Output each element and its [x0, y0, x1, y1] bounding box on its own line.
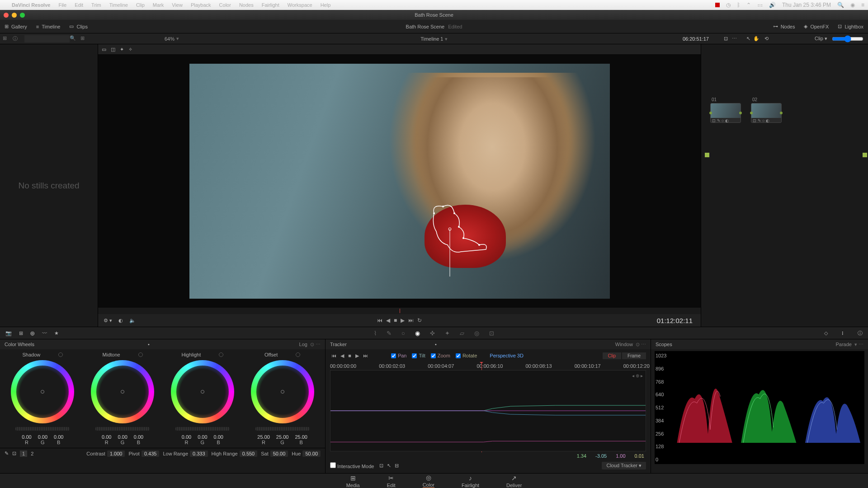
volume-icon[interactable]: 🔊 [769, 2, 776, 8]
sat-value[interactable]: 50.00 [270, 450, 288, 457]
scopes-mode[interactable]: Parade [835, 342, 851, 347]
timeline-name[interactable]: Timeline 1 ▾ [420, 36, 448, 42]
tracker-ruler[interactable]: 00:00:00:0000:00:02:0300:00:04:0700:00:0… [326, 362, 651, 370]
minimize-button[interactable] [12, 13, 17, 18]
cloud-tracker-dropdown[interactable]: Cloud Tracker ▾ [602, 462, 646, 469]
tracker-graph[interactable]: ◂ ⊕ ▸ [330, 370, 646, 451]
node-input[interactable] [705, 153, 709, 157]
node-sel-2[interactable]: 2 [31, 451, 33, 456]
openfx-toggle[interactable]: ◈OpenFX [804, 23, 829, 29]
nodes-toggle[interactable]: ⊶Nodes [773, 23, 795, 29]
hand-icon[interactable]: ✋ [753, 36, 760, 42]
pan-checkbox[interactable]: Pan [391, 353, 407, 358]
close-button[interactable] [4, 13, 9, 18]
viewer[interactable] [98, 54, 701, 308]
wheel-3-val-2[interactable]: 25.00 [295, 434, 307, 440]
next-clip-button[interactable]: ⏭ [408, 317, 414, 324]
wheel-1-val-1[interactable]: 0.00 [118, 434, 127, 440]
node-02[interactable]: 02 ⊡ ✎ ○ ◐ [751, 103, 782, 123]
highlight-icon[interactable]: ✦ [120, 47, 124, 52]
wheel-3-val-0[interactable]: 25.00 [257, 434, 270, 440]
wheel-1-val-2[interactable]: 0.00 [134, 434, 143, 440]
wifi-icon[interactable]: ⩵ [757, 2, 763, 8]
color-match-icon[interactable]: ⊞ [19, 330, 23, 336]
viewer-menu-icon[interactable]: ⋯ [732, 36, 737, 42]
recording-icon[interactable] [715, 3, 720, 7]
delete-point-icon[interactable]: ⊟ [395, 463, 399, 469]
jog-wheel-2[interactable] [175, 427, 230, 431]
zoom-dropdown-icon[interactable]: ▾ [176, 36, 179, 42]
app-menu[interactable]: DaVinci Resolve [12, 2, 50, 8]
wheel-2-val-1[interactable]: 0.00 [198, 434, 207, 440]
page-edit[interactable]: ✂Edit [387, 474, 396, 488]
control-center-icon[interactable]: ◉ [850, 2, 855, 8]
page-fairlight[interactable]: ♪Fairlight [462, 474, 479, 488]
tilt-checkbox[interactable]: Tilt [412, 353, 425, 358]
node-01[interactable]: 01 ⊡ ✎ ○ ◐ [710, 103, 741, 123]
gallery-search-input[interactable] [24, 35, 70, 42]
add-point-icon[interactable]: ⊡ [379, 463, 383, 469]
track-fwd-button[interactable]: ▶ [355, 353, 359, 358]
magic-icon[interactable]: ✦ [445, 330, 450, 337]
grid-icon[interactable]: ⊞ [80, 35, 88, 42]
wheel-reset-3[interactable] [296, 352, 300, 357]
wheel-reset-0[interactable] [58, 352, 63, 357]
tracker-icon[interactable]: ✜ [430, 330, 435, 337]
menu-workspace[interactable]: Workspace [288, 2, 312, 8]
cursor-icon[interactable]: ↖ [746, 36, 750, 42]
jog-wheel-0[interactable] [15, 427, 70, 431]
rotate-checkbox[interactable]: Rotate [456, 353, 477, 358]
remove-point-icon[interactable]: ↖ [387, 463, 391, 469]
page-deliver[interactable]: ↗Deliver [506, 474, 522, 488]
search-icon[interactable]: 🔍 [70, 35, 77, 42]
lowrange-value[interactable]: 0.333 [190, 450, 208, 457]
menu-clip[interactable]: Clip [136, 2, 145, 8]
dropbox-icon[interactable]: ⌃ [746, 2, 751, 8]
tracker-mode[interactable]: Window [615, 342, 633, 347]
zoom-graph-icon[interactable]: ◂ ⊕ ▸ [632, 373, 643, 378]
track-rev-button[interactable]: ◀ [340, 353, 344, 358]
curves-icon[interactable]: 〰 [42, 330, 47, 336]
highrange-value[interactable]: 0.550 [240, 450, 258, 457]
wheels-icon[interactable]: ◎ [30, 330, 35, 336]
node-sel-1[interactable]: 1 [20, 450, 27, 457]
wheel-1-val-0[interactable]: 0.00 [102, 434, 111, 440]
menu-file[interactable]: File [58, 2, 66, 8]
menu-fairlight[interactable]: Fairlight [262, 2, 279, 8]
menu-color[interactable]: Color [219, 2, 231, 8]
track-fwd-all-button[interactable]: ⏭ [363, 353, 368, 358]
spotlight-icon[interactable]: 🔍 [837, 2, 844, 8]
wheel-0-val-0[interactable]: 0.00 [22, 434, 31, 440]
wipe-icon[interactable]: ◐ [118, 318, 123, 324]
nodes-pane[interactable]: 01 ⊡ ✎ ○ ◐ 02 ⊡ ✎ ○ ◐ [701, 44, 868, 327]
track-stop-button[interactable]: ■ [348, 353, 351, 358]
split-icon[interactable]: ◫ [111, 47, 115, 52]
stop-button[interactable]: ■ [394, 317, 397, 324]
status-icon[interactable]: ◷ [726, 2, 731, 8]
clip-selector[interactable]: Clip ▾ [815, 36, 827, 42]
wheel-3-val-1[interactable]: 25.00 [276, 434, 289, 440]
color-wheel-highlight[interactable] [171, 360, 234, 423]
notifications-icon[interactable]: ≡ [861, 2, 864, 8]
scopes-toggle-icon[interactable]: ⫶ [841, 330, 844, 336]
gallery-toggle[interactable]: ⊞Gallery [5, 23, 27, 29]
camera-raw-icon[interactable]: 📷 [5, 330, 12, 336]
menu-timeline[interactable]: Timeline [109, 2, 128, 8]
clip-mode-button[interactable]: Clip [603, 352, 621, 359]
viewer-zoom[interactable]: 64% [165, 36, 175, 42]
menubar-datetime[interactable]: Thu Jan 25 3:46 PM [782, 2, 831, 8]
auto-icon[interactable]: ⊡ [12, 450, 16, 456]
blur-icon[interactable]: ▱ [460, 330, 464, 337]
color-wheel-shadow[interactable] [11, 360, 74, 423]
color-wheel-offset[interactable] [251, 360, 314, 423]
loop-button[interactable]: ↻ [417, 317, 422, 324]
page-color[interactable]: ◎Color [423, 474, 434, 488]
wheel-2-val-2[interactable]: 0.00 [214, 434, 223, 440]
lightbox-toggle[interactable]: ⊡Lightbox [838, 23, 863, 29]
reverse-button[interactable]: ◀ [386, 317, 390, 324]
info-icon[interactable]: ⓘ [13, 35, 20, 42]
wheel-0-val-1[interactable]: 0.00 [38, 434, 47, 440]
star-icon[interactable]: ★ [54, 330, 59, 336]
contrast-value[interactable]: 1.000 [107, 450, 125, 457]
menu-view[interactable]: View [172, 2, 183, 8]
